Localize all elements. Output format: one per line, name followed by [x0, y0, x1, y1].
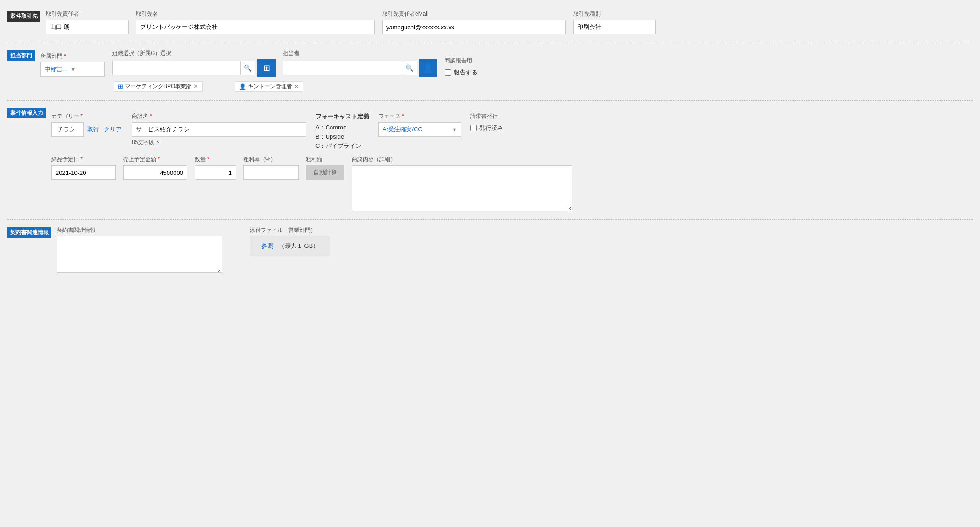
- report-checkbox-label: 報告する: [454, 68, 478, 77]
- category-field: カテゴリー * チラシ 取得 クリア: [51, 112, 123, 137]
- dept-label: 所属部門 *: [40, 52, 105, 60]
- person-tag: 👤 キントーン管理者 ✕: [235, 81, 303, 92]
- attach-file-group: 添付ファイル（営業部門） 参照 （最大１ GB）: [250, 226, 330, 273]
- qty-label: 数量 *: [195, 156, 236, 163]
- department-fields: 所属部門 * 中部営... ▼ 組織選択（所属G）選択 🔍 ⊞: [40, 50, 973, 92]
- org-tag: ⊞ マーケティングBPO事業部 ✕: [114, 81, 203, 92]
- qty-input[interactable]: [195, 165, 236, 180]
- divider-1: [7, 43, 973, 43]
- deal-name-required: *: [150, 113, 152, 119]
- attach-limit: （最大１ GB）: [279, 242, 319, 250]
- org-search-row: 🔍 ⊞: [112, 59, 276, 77]
- invoice-checkbox-group: 発行済み: [470, 124, 503, 132]
- person-icon-btn[interactable]: 👤: [419, 59, 437, 77]
- deal-name-label: 商談名 *: [132, 112, 306, 120]
- org-tag-close-icon[interactable]: ✕: [193, 83, 198, 90]
- person-tag-close-icon[interactable]: ✕: [294, 83, 299, 90]
- phase-field: フェーズ * A:受注確実/CO ▼: [378, 112, 461, 137]
- org-search-input[interactable]: [112, 61, 241, 75]
- client-fields: 取引先責任者 取引先名 取引先責任者eMail 取引先種別: [46, 10, 973, 34]
- invoice-field: 請求書発行 発行済み: [470, 112, 503, 132]
- file-attach-box: 参照 （最大１ GB）: [250, 236, 330, 256]
- dept-select-arrow-icon: ▼: [70, 66, 76, 73]
- margin-label: 粗利額: [306, 156, 344, 163]
- dept-required: *: [64, 53, 66, 59]
- contract-textarea[interactable]: [57, 236, 222, 273]
- sales-label: 売上予定金額 *: [123, 156, 187, 163]
- responsible-input[interactable]: [46, 20, 129, 34]
- divider-3: [7, 219, 973, 220]
- client-name-input[interactable]: [136, 20, 375, 34]
- client-type-input[interactable]: [573, 20, 656, 34]
- email-label: 取引先責任者eMail: [382, 10, 566, 18]
- person-group: 担当者 🔍 👤: [283, 50, 437, 77]
- case-bottom-row: 納品予定日 * 売上予定金額 * 数量 *: [51, 156, 973, 211]
- dept-group: 所属部門 * 中部営... ▼: [40, 52, 105, 77]
- person-search-button[interactable]: 🔍: [402, 61, 417, 75]
- person-search-input[interactable]: [283, 61, 402, 75]
- dept-select[interactable]: 中部営... ▼: [40, 62, 105, 77]
- org-search-button[interactable]: 🔍: [241, 61, 255, 75]
- case-info-section-label: 案件情報入力: [7, 108, 46, 118]
- deal-name-input[interactable]: [132, 122, 306, 137]
- contract-info-group: 契約書関連情報: [57, 226, 222, 273]
- network-icon: ⊞: [263, 63, 270, 73]
- org-group: 組織選択（所属G）選択 🔍 ⊞: [112, 50, 276, 77]
- invoice-checkbox-label: 発行済み: [479, 124, 503, 132]
- person-label: 担当者: [283, 50, 437, 57]
- delivery-label: 納品予定日 *: [51, 156, 116, 163]
- detail-label: 商談内容（詳細）: [352, 156, 572, 163]
- contract-content: 契約書関連情報 添付ファイル（営業部門） 参照 （最大１ GB）: [57, 226, 973, 273]
- sales-input[interactable]: [123, 165, 187, 180]
- forecast-a: A：Commit: [315, 123, 369, 132]
- org-tag-row: ⊞ マーケティングBPO事業部 ✕: [114, 81, 203, 92]
- margin-rate-input[interactable]: [243, 165, 299, 180]
- report-label: 商談報告用: [445, 57, 478, 65]
- delivery-input[interactable]: [51, 165, 116, 180]
- detail-field: 商談内容（詳細）: [352, 156, 572, 211]
- email-input[interactable]: [382, 20, 566, 34]
- detail-textarea[interactable]: [352, 165, 572, 211]
- client-section-label: 案件取引先: [7, 11, 40, 22]
- contract-section: 契約書関連情報 契約書関連情報 添付ファイル（営業部門） 参照 （最大１ GB）: [7, 224, 973, 275]
- refer-button[interactable]: 参照: [261, 242, 273, 250]
- attach-label: 添付ファイル（営業部門）: [250, 226, 330, 234]
- divider-2: [7, 100, 973, 101]
- invoice-checkbox[interactable]: [470, 125, 477, 131]
- org-network-icon-btn[interactable]: ⊞: [257, 59, 276, 77]
- email-group: 取引先責任者eMail: [382, 10, 566, 34]
- margin-rate-field: 粗利率（%）: [243, 156, 299, 180]
- person-tag-name: キントーン管理者: [248, 83, 292, 90]
- margin-rate-label: 粗利率（%）: [243, 156, 299, 163]
- phase-label: フェーズ *: [378, 112, 461, 120]
- department-section-label: 担当部門: [7, 50, 35, 61]
- sales-required: *: [158, 156, 160, 163]
- sales-field: 売上予定金額 *: [123, 156, 187, 180]
- report-checkbox[interactable]: [445, 69, 451, 76]
- department-section: 担当部門 所属部門 * 中部営... ▼ 組織選択（所属G）選択: [7, 47, 973, 95]
- auto-calc-button[interactable]: 自動計算: [306, 165, 344, 180]
- responsible-label: 取引先責任者: [46, 10, 129, 18]
- invoice-label: 請求書発行: [470, 112, 503, 120]
- phase-required: *: [402, 113, 404, 119]
- category-get-button[interactable]: 取得: [86, 125, 100, 134]
- category-value: チラシ: [51, 122, 84, 137]
- category-required: *: [80, 113, 83, 119]
- case-info-content: カテゴリー * チラシ 取得 クリア 商談名 * 85文字以下: [51, 107, 973, 211]
- category-clear-button[interactable]: クリア: [103, 125, 123, 134]
- phase-dropdown[interactable]: A:受注確実/CO ▼: [378, 122, 461, 137]
- category-label: カテゴリー *: [51, 112, 123, 120]
- org-tag-name: マーケティングBPO事業部: [125, 83, 191, 90]
- deal-name-max: 85文字以下: [132, 139, 306, 146]
- phase-value: A:受注確実/CO: [383, 125, 422, 134]
- delivery-required: *: [80, 156, 83, 163]
- org-tag-icon: ⊞: [118, 83, 123, 90]
- dept-top-row: 所属部門 * 中部営... ▼ 組織選択（所属G）選択 🔍 ⊞: [40, 50, 973, 77]
- margin-field: 粗利額 自動計算: [306, 156, 344, 180]
- case-top-row: カテゴリー * チラシ 取得 クリア 商談名 * 85文字以下: [51, 112, 973, 150]
- forecast-label: フォーキャスト定義: [315, 112, 369, 121]
- search-icon: 🔍: [244, 64, 252, 72]
- phase-dropdown-arrow-icon: ▼: [452, 127, 457, 132]
- client-name-group: 取引先名: [136, 10, 375, 34]
- tags-row: ⊞ マーケティングBPO事業部 ✕ 👤 キントーン管理者 ✕: [40, 79, 973, 92]
